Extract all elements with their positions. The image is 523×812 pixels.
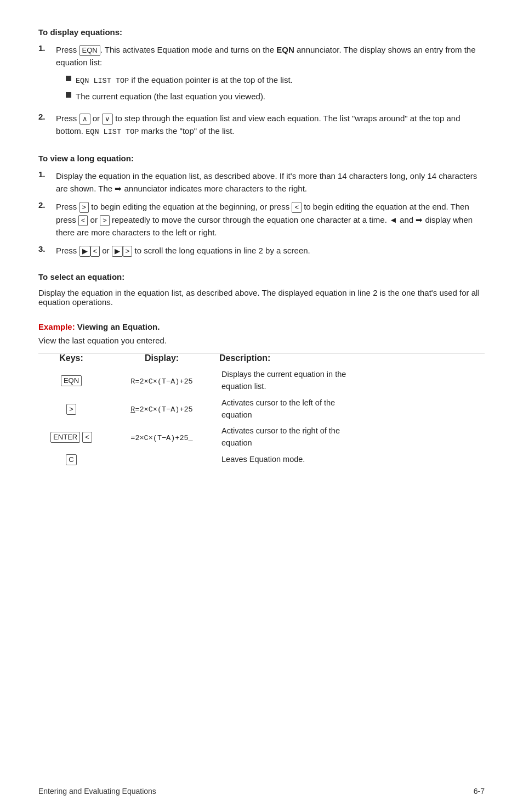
footer-right-text: 6-7 [474,787,485,796]
row4-display [104,452,219,468]
key-down: ∨ [102,114,113,125]
row2-desc: Activates cursor to the left of theequat… [219,395,485,424]
step-2-view-long: 2. Press > to begin editing the equation… [38,200,485,239]
key-shift-2: ▶ [112,246,123,257]
row3-key: ENTER < [38,423,104,452]
row4-desc: Leaves Equation mode. [219,452,485,468]
section-display-equations: To display equations: 1. Press EQN. This… [38,27,485,138]
step-num-vl-2: 2. [38,200,50,210]
key-right-2: > [100,215,110,226]
bullet-item-2: The current equation (the last equation … [66,90,485,103]
table-row-1: EQN R=2×C×(T−A)+25 Displays the current … [38,366,485,395]
eqn-label: EQN [276,45,294,54]
row1-desc: Displays the current equation in theequa… [219,366,485,395]
col-header-description: Description: [219,353,485,367]
key-right-table: > [66,404,76,415]
table-row-4: C Leaves Equation mode. [38,452,485,468]
key-shift-left: ▶ [79,246,90,257]
example-title: Viewing an Equation. [75,322,160,331]
key-eqn-table: EQN [61,375,82,386]
step-num-vl-1: 1. [38,170,50,179]
footer-left-text: Entering and Evaluating Equations [38,787,156,796]
row1-key: EQN [38,366,104,395]
bullet-icon-1 [66,76,71,81]
key-left-2: < [78,215,88,226]
key-right-1: > [79,202,89,213]
row4-key: C [38,452,104,468]
table-row-2: > R=2×C×(T−A)+25 Activates cursor to the… [38,395,485,424]
steps-display-equations: 1. Press EQN. This activates Equation mo… [38,43,485,138]
heading-select-equation: To select an equation: [38,272,485,281]
step-vl-1-content: Display the equation in the equation lis… [56,170,485,195]
key-eqn-1: EQN [79,45,100,56]
example-label: Example: [38,322,75,331]
key-left-3: < [90,246,100,257]
col-header-keys: Keys: [38,353,104,367]
bullet-list-1: EQN LIST TOP if the equation pointer is … [66,74,485,103]
row2-key: > [38,395,104,424]
display-val-1: R=2×C×(T−A)+25 [130,377,192,386]
step-1-content: Press EQN. This activates Equation mode … [56,43,485,106]
key-c-table: C [66,454,76,465]
key-right-3: > [123,246,133,257]
step-vl-3-content: Press ▶< or ▶> to scroll the long equati… [56,244,485,257]
bullet-item-1: EQN LIST TOP if the equation pointer is … [66,74,485,87]
step-2-display: 2. Press ∧ or ∨ to step through the equa… [38,112,485,138]
section-view-long: To view a long equation: 1. Display the … [38,154,485,257]
row1-display: R=2×C×(T−A)+25 [104,366,219,395]
section-example: Example: Viewing an Equation. View the l… [38,322,485,467]
step-1-view-long: 1. Display the equation in the equation … [38,170,485,195]
page-footer: Entering and Evaluating Equations 6-7 [0,787,523,796]
step-num-2: 2. [38,112,50,121]
step-num-1: 1. [38,43,50,53]
step-2-content: Press ∧ or ∨ to step through the equatio… [56,112,485,138]
row3-desc: Activates cursor to the right of theequa… [219,423,485,452]
example-description: View the last equation you entered. [38,336,485,345]
heading-display-equations: To display equations: [38,27,485,37]
table-row-3: ENTER < =2×C×(T−A)+25_ Activates cursor … [38,423,485,452]
mono-eqn-list-top-2: EQN LIST TOP [86,128,139,136]
key-up: ∧ [79,114,90,125]
heading-view-long: To view a long equation: [38,154,485,163]
steps-view-long: 1. Display the equation in the equation … [38,170,485,257]
example-heading: Example: Viewing an Equation. [38,322,485,331]
display-val-3: =2×C×(T−A)+25_ [130,434,192,442]
col-header-display: Display: [104,353,219,367]
key-enter-table: ENTER [50,432,80,443]
mono-eqn-list-top-1: EQN LIST TOP [76,77,129,85]
row3-display: =2×C×(T−A)+25_ [104,423,219,452]
section-select-equation: To select an equation: Display the equat… [38,272,485,307]
row2-display: R=2×C×(T−A)+25 [104,395,219,424]
example-table: Keys: Display: Description: EQN R=2×C×(T… [38,353,485,467]
bullet-icon-2 [66,92,71,98]
bullet-text-2: The current equation (the last equation … [76,90,265,103]
step-3-view-long: 3. Press ▶< or ▶> to scroll the long equ… [38,244,485,257]
bullet-text-1: EQN LIST TOP if the equation pointer is … [76,74,293,87]
step-vl-2-content: Press > to begin editing the equation at… [56,200,485,239]
select-equation-body: Display the equation in the equation lis… [38,288,485,307]
step-1-display: 1. Press EQN. This activates Equation mo… [38,43,485,106]
key-left-table: < [82,432,92,443]
display-val-2: R=2×C×(T−A)+25 [130,405,192,414]
step-num-vl-3: 3. [38,244,50,253]
key-left-1: < [292,202,302,213]
